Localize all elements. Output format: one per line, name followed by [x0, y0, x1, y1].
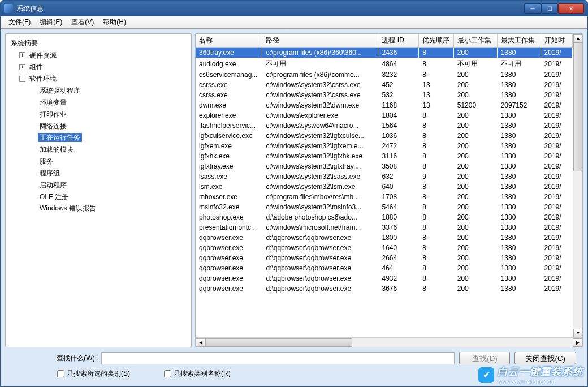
- tree-root[interactable]: 系统摘要: [9, 38, 40, 48]
- close-button[interactable]: ✕: [558, 3, 584, 14]
- menu-help[interactable]: 帮助(H): [98, 16, 131, 28]
- close-find-button[interactable]: 关闭查找(C): [514, 352, 576, 364]
- tree-hardware[interactable]: 硬件资源: [28, 51, 58, 60]
- table-row[interactable]: presentationfontc...c:\windows\microsoft…: [196, 222, 573, 233]
- column-header[interactable]: 路径: [262, 34, 378, 48]
- cell: igfxcuiservice.exe: [196, 131, 262, 141]
- find-button[interactable]: 查找(D): [459, 352, 510, 364]
- cell: 1036: [378, 131, 419, 141]
- cell: 200: [453, 70, 497, 80]
- tree-item[interactable]: 环境变量: [38, 98, 68, 107]
- cell: 1380: [497, 48, 541, 58]
- cell: 1380: [497, 212, 541, 222]
- cell: 1708: [378, 192, 419, 202]
- cell: d:\qqbrowser\qqbrowser.exe: [262, 253, 378, 263]
- menu-file[interactable]: 文件(F): [4, 16, 35, 28]
- table-row[interactable]: qqbrowser.exed:\qqbrowser\qqbrowser.exe2…: [196, 253, 573, 263]
- cell: 1380: [497, 202, 541, 212]
- tree-item[interactable]: 正在运行任务: [38, 133, 82, 142]
- tree-item[interactable]: 网络连接: [38, 122, 68, 131]
- table-row[interactable]: dwm.exec:\windows\system32\dwm.exe116813…: [196, 100, 573, 110]
- horizontal-scrollbar[interactable]: ◀ ▶: [196, 337, 582, 347]
- cell: 1380: [497, 131, 541, 141]
- cell: 1880: [378, 212, 419, 222]
- table-row[interactable]: igfxem.exec:\windows\system32\igfxem.e..…: [196, 141, 573, 151]
- table-row[interactable]: 360tray.exec:\program files (x86)\360\36…: [196, 48, 573, 58]
- cell: 2019/: [541, 121, 572, 131]
- scroll-thumb[interactable]: [573, 42, 582, 171]
- tree-components[interactable]: 组件: [28, 62, 45, 71]
- tree-item[interactable]: 程序组: [38, 169, 62, 178]
- cell: 1380: [497, 192, 541, 202]
- column-header[interactable]: 最小工作集: [453, 34, 497, 48]
- column-header[interactable]: 进程 ID: [378, 34, 419, 48]
- cell: 1380: [497, 80, 541, 90]
- table-row[interactable]: igfxhk.exec:\windows\system32\igfxhk.exe…: [196, 151, 573, 161]
- table-row[interactable]: lsass.exec:\windows\system32\lsass.exe63…: [196, 171, 573, 182]
- scroll-thumb[interactable]: [205, 338, 352, 347]
- table-row[interactable]: qqbrowser.exed:\qqbrowser\qqbrowser.exe4…: [196, 273, 573, 283]
- table-row[interactable]: qqbrowser.exed:\qqbrowser\qqbrowser.exe1…: [196, 233, 573, 243]
- cell: 200: [453, 182, 497, 192]
- tree-item[interactable]: Windows 错误报告: [38, 204, 98, 213]
- scroll-left-icon[interactable]: ◀: [196, 338, 205, 347]
- search-category-name-checkbox[interactable]: 只搜索类别名称(R): [164, 369, 231, 379]
- cell: 2019/: [541, 182, 572, 192]
- table-row[interactable]: photoshop.exed:\adobe photoshop cs6\ado.…: [196, 212, 573, 222]
- table-row[interactable]: qqbrowser.exed:\qqbrowser\qqbrowser.exe4…: [196, 263, 573, 273]
- tree[interactable]: 系统摘要 +硬件资源 +组件 −软件环境 系统驱动程序环境变量打印作业网络连接正…: [6, 34, 191, 216]
- maximize-button[interactable]: ☐: [541, 3, 558, 14]
- table-row[interactable]: mboxser.exec:\program files\mbox\res\mb.…: [196, 192, 573, 202]
- find-input[interactable]: [101, 352, 455, 364]
- cell: 8: [419, 182, 454, 192]
- cell: 2664: [378, 253, 419, 263]
- window-frame: 系统信息 ─ ☐ ✕ 文件(F) 编辑(E) 查看(V) 帮助(H) 系统摘要 …: [0, 0, 588, 387]
- cell: 9: [419, 171, 454, 182]
- tree-item[interactable]: 打印作业: [38, 110, 68, 119]
- titlebar[interactable]: 系统信息 ─ ☐ ✕: [1, 1, 587, 16]
- scroll-right-icon[interactable]: ▶: [573, 338, 582, 347]
- cell: 2019/: [541, 171, 572, 182]
- table-row[interactable]: igfxtray.exec:\windows\system32\igfxtray…: [196, 161, 573, 171]
- tree-item[interactable]: 服务: [38, 157, 55, 166]
- table-row[interactable]: igfxcuiservice.exec:\windows\system32\ig…: [196, 131, 573, 141]
- cell: csrss.exe: [196, 80, 262, 90]
- vertical-scrollbar[interactable]: ▲ ▼: [573, 34, 582, 337]
- table-row[interactable]: msinfo32.exec:\windows\system32\msinfo3.…: [196, 202, 573, 212]
- tree-item[interactable]: 启动程序: [38, 180, 68, 190]
- table-row[interactable]: csrss.exec:\windows\system32\csrss.exe45…: [196, 80, 573, 90]
- column-header[interactable]: 优先顺序: [419, 34, 454, 48]
- tree-software-env[interactable]: 软件环境: [28, 74, 58, 83]
- table-row[interactable]: cs6servicemanag...c:\program files (x86)…: [196, 70, 573, 80]
- expand-icon[interactable]: +: [19, 64, 25, 70]
- table-row[interactable]: lsm.exec:\windows\system32\lsm.exe640820…: [196, 182, 573, 192]
- table-row[interactable]: qqbrowser.exed:\qqbrowser\qqbrowser.exe3…: [196, 283, 573, 294]
- column-header[interactable]: 名称: [196, 34, 262, 48]
- cell: cs6servicemanag...: [196, 70, 262, 80]
- table-row[interactable]: csrss.exec:\windows\system32\csrss.exe53…: [196, 90, 573, 100]
- cell: 1380: [497, 171, 541, 182]
- column-header[interactable]: 最大工作集: [497, 34, 541, 48]
- scroll-down-icon[interactable]: ▼: [573, 329, 583, 337]
- tree-item[interactable]: 加载的模块: [38, 145, 75, 154]
- cell: 2019/: [541, 202, 572, 212]
- table-row[interactable]: explorer.exec:\windows\explorer.exe18048…: [196, 110, 573, 121]
- scroll-up-icon[interactable]: ▲: [573, 34, 583, 42]
- minimize-button[interactable]: ─: [524, 3, 541, 14]
- collapse-icon[interactable]: −: [19, 76, 25, 82]
- tree-item[interactable]: OLE 注册: [38, 192, 70, 201]
- search-selected-checkbox[interactable]: 只搜索所选的类别(S): [57, 369, 130, 379]
- cell: c:\windows\syswow64\macro...: [262, 121, 378, 131]
- cell: 3676: [378, 283, 419, 294]
- menu-view[interactable]: 查看(V): [67, 16, 98, 28]
- table-row[interactable]: qqbrowser.exed:\qqbrowser\qqbrowser.exe1…: [196, 243, 573, 253]
- column-header[interactable]: 开始时: [541, 34, 572, 48]
- table-scroll[interactable]: 名称路径进程 ID优先顺序最小工作集最大工作集开始时 360tray.exec:…: [196, 34, 573, 337]
- table-row[interactable]: flashhelperservic...c:\windows\syswow64\…: [196, 121, 573, 131]
- table-row[interactable]: audiodg.exe不可用48648不可用不可用2019/: [196, 58, 573, 70]
- cell: d:\qqbrowser\qqbrowser.exe: [262, 263, 378, 273]
- menu-edit[interactable]: 编辑(E): [35, 16, 67, 28]
- tree-item[interactable]: 系统驱动程序: [38, 86, 82, 95]
- cell: 2019/: [541, 161, 572, 171]
- expand-icon[interactable]: +: [19, 52, 25, 58]
